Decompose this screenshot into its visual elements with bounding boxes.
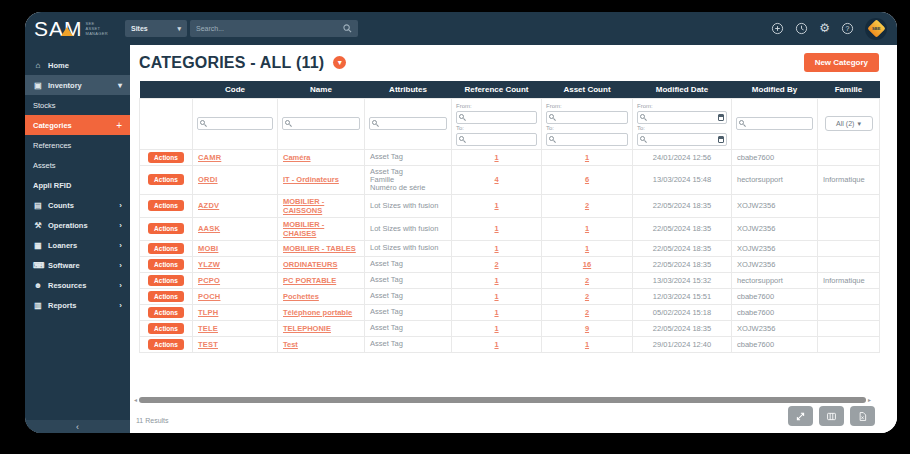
code-link[interactable]: AZDV (198, 201, 219, 210)
code-link[interactable]: ORDI (198, 175, 218, 184)
title-collapse-icon[interactable]: ▾ (333, 56, 346, 69)
modified-date-from-input[interactable] (637, 111, 727, 124)
reference-count-link[interactable]: 1 (494, 153, 498, 162)
export-button[interactable] (850, 406, 875, 426)
name-link[interactable]: MOBILIER - TABLES (283, 244, 356, 253)
actions-button[interactable]: Actions (148, 307, 184, 318)
modified-by-filter-input[interactable] (736, 117, 813, 130)
code-link[interactable]: TEST (198, 340, 218, 349)
scroll-right-icon[interactable]: ▸ (868, 396, 871, 403)
sidebar-item-loaners[interactable]: ▦Loaners› (25, 235, 130, 255)
sidebar-item-counts[interactable]: ▤Counts› (25, 195, 130, 215)
chevron-right-icon: › (119, 221, 122, 230)
code-link[interactable]: CAMR (198, 153, 221, 162)
code-link[interactable]: TELE (198, 324, 218, 333)
code-link[interactable]: MOBI (198, 244, 218, 253)
sites-select[interactable]: Sites ▾ (125, 20, 187, 37)
reference-count-to-input[interactable] (456, 133, 537, 146)
actions-button[interactable]: Actions (148, 174, 184, 185)
name-link[interactable]: MOBILIER - CAISSONS (283, 197, 324, 215)
sidebar-item-references[interactable]: References (25, 135, 130, 155)
asset-count-link[interactable]: 2 (585, 292, 589, 301)
name-link[interactable]: IT - Ordinateurs (283, 175, 339, 184)
reference-count-link[interactable]: 4 (494, 175, 498, 184)
asset-count-link[interactable]: 2 (585, 201, 589, 210)
history-icon[interactable] (795, 22, 808, 35)
sidebar-item-reports[interactable]: ▥Reports› (25, 295, 130, 315)
scrollbar-thumb[interactable] (139, 397, 866, 403)
reference-count-link[interactable]: 1 (494, 292, 498, 301)
columns-button[interactable] (819, 406, 844, 426)
reference-count-link[interactable]: 1 (494, 340, 498, 349)
asset-count-link[interactable]: 2 (585, 276, 589, 285)
horizontal-scrollbar[interactable]: ◂ ▸ (134, 396, 871, 403)
actions-button[interactable]: Actions (148, 259, 184, 270)
sidebar-item-operations[interactable]: ⚒Operations› (25, 215, 130, 235)
code-link[interactable]: POCH (198, 292, 220, 301)
actions-button[interactable]: Actions (148, 275, 184, 286)
actions-button[interactable]: Actions (148, 223, 184, 234)
actions-button[interactable]: Actions (148, 152, 184, 163)
actions-button[interactable]: Actions (148, 323, 184, 334)
actions-button[interactable]: Actions (148, 200, 184, 211)
asset-count-link[interactable]: 16 (583, 260, 591, 269)
reference-count-link[interactable]: 1 (494, 244, 498, 253)
asset-count-to-input[interactable] (546, 133, 628, 146)
actions-button[interactable]: Actions (148, 243, 184, 254)
reference-count-link[interactable]: 1 (494, 276, 498, 285)
name-link[interactable]: PC PORTABLE (283, 276, 336, 285)
asset-count-link[interactable]: 2 (585, 308, 589, 317)
name-link[interactable]: MOBILIER - CHAISES (283, 220, 324, 238)
asset-count-link[interactable]: 1 (585, 224, 589, 233)
expand-button[interactable] (788, 406, 813, 426)
code-link[interactable]: PCPO (198, 276, 220, 285)
famille-filter-select[interactable]: All (2) ▾ (825, 116, 873, 131)
asset-count-link[interactable]: 1 (585, 244, 589, 253)
gear-icon[interactable]: ⚙ (819, 22, 830, 35)
name-link[interactable]: TELEPHONIE (283, 324, 331, 333)
code-link[interactable]: AASK (198, 224, 220, 233)
code-link[interactable]: YLZW (198, 260, 220, 269)
reference-count-link[interactable]: 1 (494, 224, 498, 233)
sidebar-item-categories[interactable]: Categories+ (25, 115, 130, 135)
avatar[interactable]: SBE (865, 18, 887, 40)
sidebar-item-inventory[interactable]: ▣Inventory▾ (25, 75, 130, 95)
help-icon[interactable]: ? (841, 22, 854, 35)
calendar-icon[interactable] (718, 136, 724, 143)
reference-count-link[interactable]: 1 (494, 324, 498, 333)
name-link[interactable]: Téléphone portable (283, 308, 352, 317)
search-input[interactable] (196, 25, 343, 32)
attributes-filter-input[interactable] (369, 117, 447, 130)
modified-date-to-input[interactable] (637, 133, 727, 146)
name-link[interactable]: ORDINATEURS (283, 260, 337, 269)
name-link[interactable]: Test (283, 340, 298, 349)
actions-button[interactable]: Actions (148, 339, 184, 350)
reference-count-link[interactable]: 1 (494, 201, 498, 210)
scroll-left-icon[interactable]: ◂ (134, 396, 137, 403)
new-category-button[interactable]: New Category (804, 53, 879, 72)
sidebar-collapse-button[interactable]: ‹ (25, 420, 130, 433)
sidebar-item-home[interactable]: ⌂Home (25, 55, 130, 75)
asset-count-link[interactable]: 1 (585, 340, 589, 349)
asset-count-link[interactable]: 6 (585, 175, 589, 184)
reference-count-link[interactable]: 2 (494, 260, 498, 269)
reference-count-from-input[interactable] (456, 111, 537, 124)
calendar-icon[interactable] (718, 114, 724, 121)
name-link[interactable]: Pochettes (283, 292, 319, 301)
sidebar-item-appli-rfid[interactable]: Appli RFID (25, 175, 130, 195)
code-link[interactable]: TLPH (198, 308, 218, 317)
cell-modified-date: 22/05/2024 18:35 (633, 240, 732, 256)
asset-count-link[interactable]: 9 (585, 324, 589, 333)
sidebar-item-assets[interactable]: Assets (25, 155, 130, 175)
asset-count-link[interactable]: 1 (585, 153, 589, 162)
sidebar-item-resources[interactable]: ☻Resources› (25, 275, 130, 295)
actions-button[interactable]: Actions (148, 291, 184, 302)
name-filter-input[interactable] (282, 117, 360, 130)
reference-count-link[interactable]: 1 (494, 308, 498, 317)
sidebar-item-stocks[interactable]: Stocks (25, 95, 130, 115)
asset-count-from-input[interactable] (546, 111, 628, 124)
name-link[interactable]: Caméra (283, 153, 311, 162)
code-filter-input[interactable] (197, 117, 273, 130)
sidebar-item-software[interactable]: ⌨Software› (25, 255, 130, 275)
add-icon[interactable] (771, 22, 784, 35)
